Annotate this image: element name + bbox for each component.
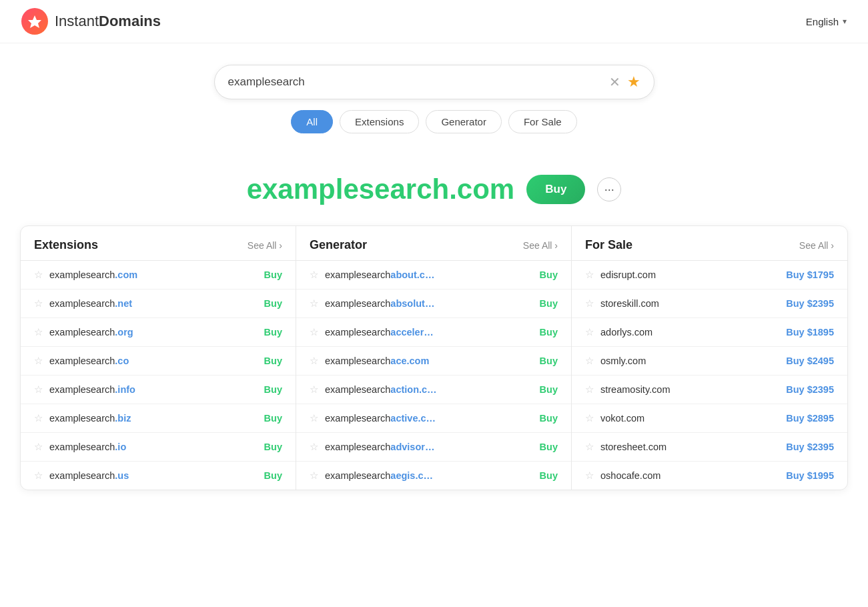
hero-domain-section: examplesearch.com Buy ···: [0, 147, 868, 225]
domain-name: examplesearch.org: [49, 327, 133, 338]
star-icon[interactable]: ☆: [310, 412, 318, 424]
buy-link[interactable]: Buy: [264, 442, 282, 452]
star-icon[interactable]: ☆: [34, 441, 43, 453]
buy-price-link[interactable]: Buy $1995: [786, 470, 834, 481]
buy-price-link[interactable]: Buy $2495: [786, 356, 834, 366]
favorite-icon[interactable]: ★: [627, 73, 640, 91]
star-icon[interactable]: ☆: [34, 297, 43, 310]
buy-price-link[interactable]: Buy $2395: [786, 442, 834, 452]
domain-name: examplesearch.info: [49, 384, 135, 395]
buy-price-link[interactable]: Buy $1795: [786, 269, 834, 280]
star-icon[interactable]: ☆: [585, 441, 594, 453]
tab-forsale[interactable]: For Sale: [508, 110, 577, 133]
logo-text: InstantDomains: [55, 13, 161, 30]
buy-link[interactable]: Buy: [540, 413, 558, 424]
star-icon[interactable]: ☆: [585, 355, 594, 367]
buy-link[interactable]: Buy: [540, 442, 558, 452]
list-item: ☆examplesearch.biz Buy: [21, 404, 296, 433]
buy-price-link[interactable]: Buy $1895: [786, 327, 834, 338]
search-area: examplesearch ✕ ★ All Extensions Generat…: [0, 43, 868, 147]
domain-name: examplesearchacceler…: [325, 327, 434, 338]
clear-icon[interactable]: ✕: [609, 75, 620, 89]
buy-price-link[interactable]: Buy $2395: [786, 298, 834, 309]
search-input[interactable]: examplesearch: [228, 75, 609, 89]
list-item: ☆examplesearchactive.c… Buy: [296, 404, 571, 433]
star-icon[interactable]: ☆: [585, 412, 594, 424]
buy-link[interactable]: Buy: [540, 269, 558, 280]
star-icon[interactable]: ☆: [310, 441, 318, 453]
domain-name: examplesearch.us: [49, 470, 129, 481]
buy-link[interactable]: Buy: [264, 298, 282, 309]
list-item: ☆storeskill.com Buy $2395: [572, 289, 847, 318]
generator-title: Generator: [310, 238, 367, 252]
star-icon[interactable]: ☆: [310, 297, 318, 310]
star-icon[interactable]: ☆: [585, 470, 594, 482]
buy-link[interactable]: Buy: [540, 356, 558, 366]
buy-link[interactable]: Buy: [540, 384, 558, 395]
star-icon[interactable]: ☆: [34, 269, 43, 281]
hero-buy-button[interactable]: Buy: [526, 175, 585, 204]
hero-domain-name: examplesearch.com: [247, 173, 515, 205]
domain-name: osmly.com: [600, 356, 646, 366]
buy-link[interactable]: Buy: [540, 298, 558, 309]
domain-name: examplesearchace.com: [325, 356, 429, 366]
list-item: ☆examplesearch.us Buy: [21, 462, 296, 490]
svg-marker-0: [28, 15, 41, 28]
star-icon[interactable]: ☆: [310, 269, 318, 281]
star-icon[interactable]: ☆: [34, 326, 43, 338]
star-icon[interactable]: ☆: [585, 297, 594, 310]
star-icon[interactable]: ☆: [310, 326, 318, 338]
domain-name: examplesearchaegis.c…: [325, 470, 433, 481]
language-selector[interactable]: English ▾: [806, 16, 847, 27]
list-item: ☆osmly.com Buy $2495: [572, 347, 847, 376]
hero-more-button[interactable]: ···: [597, 177, 621, 201]
star-icon[interactable]: ☆: [585, 326, 594, 338]
tab-extensions[interactable]: Extensions: [340, 110, 419, 133]
buy-link[interactable]: Buy: [264, 327, 282, 338]
buy-link[interactable]: Buy: [264, 384, 282, 395]
forsale-see-all[interactable]: See All ›: [799, 240, 834, 251]
buy-link[interactable]: Buy: [264, 356, 282, 366]
domain-name: examplesearch.net: [49, 298, 132, 309]
list-item: ☆edisrupt.com Buy $1795: [572, 261, 847, 289]
buy-link[interactable]: Buy: [540, 470, 558, 481]
list-item: ☆examplesearchacceler… Buy: [296, 318, 571, 347]
domain-name: examplesearchabout.c…: [325, 269, 434, 280]
star-icon[interactable]: ☆: [310, 470, 318, 482]
domain-name: examplesearchabsolut…: [325, 298, 434, 309]
list-item: ☆examplesearch.co Buy: [21, 347, 296, 376]
tab-all[interactable]: All: [291, 110, 333, 133]
buy-link[interactable]: Buy: [264, 413, 282, 424]
list-item: ☆examplesearchace.com Buy: [296, 347, 571, 376]
buy-price-link[interactable]: Buy $2395: [786, 384, 834, 395]
list-item: ☆oshocafe.com Buy $1995: [572, 462, 847, 490]
star-icon[interactable]: ☆: [585, 269, 594, 281]
list-item: ☆examplesearch.net Buy: [21, 289, 296, 318]
logo[interactable]: InstantDomains: [21, 8, 161, 35]
domain-name: examplesearch.com: [49, 269, 137, 280]
buy-link[interactable]: Buy: [264, 269, 282, 280]
domain-name: edisrupt.com: [600, 269, 656, 280]
star-icon[interactable]: ☆: [310, 384, 318, 396]
star-icon[interactable]: ☆: [34, 470, 43, 482]
star-icon[interactable]: ☆: [34, 412, 43, 424]
tab-generator[interactable]: Generator: [426, 110, 502, 133]
star-icon[interactable]: ☆: [585, 384, 594, 396]
extensions-see-all[interactable]: See All ›: [248, 240, 282, 251]
star-icon[interactable]: ☆: [34, 384, 43, 396]
list-item: ☆streamosity.com Buy $2395: [572, 376, 847, 404]
list-item: ☆vokot.com Buy $2895: [572, 404, 847, 433]
domain-name: examplesearch.co: [49, 356, 129, 366]
generator-see-all[interactable]: See All ›: [523, 240, 558, 251]
star-icon[interactable]: ☆: [34, 355, 43, 367]
chevron-down-icon: ▾: [843, 17, 847, 26]
buy-link[interactable]: Buy: [540, 327, 558, 338]
forsale-column: For Sale See All › ☆edisrupt.com Buy $17…: [572, 226, 847, 490]
domain-name: storesheet.com: [600, 442, 667, 452]
filter-tabs: All Extensions Generator For Sale: [291, 110, 576, 133]
buy-link[interactable]: Buy: [264, 470, 282, 481]
list-item: ☆storesheet.com Buy $2395: [572, 433, 847, 462]
list-item: ☆examplesearch.com Buy: [21, 261, 296, 289]
buy-price-link[interactable]: Buy $2895: [786, 413, 834, 424]
star-icon[interactable]: ☆: [310, 355, 318, 367]
